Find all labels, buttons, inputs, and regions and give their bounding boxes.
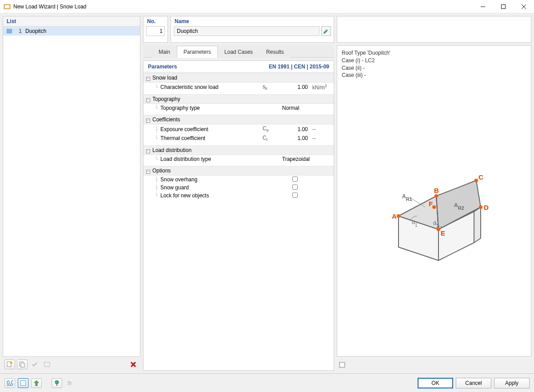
toolbar-button-3[interactable] <box>29 360 40 369</box>
tab-main[interactable]: Main <box>152 46 177 58</box>
value-char-snow-load[interactable]: 1.00 <box>279 83 311 91</box>
bottom-button-4[interactable] <box>52 378 62 388</box>
svg-point-34 <box>55 380 59 384</box>
parameters-standard: EN 1991 | CEN | 2015-09 <box>269 64 329 70</box>
parameters-title: Parameters <box>148 64 269 70</box>
copy-item-button[interactable] <box>17 360 28 369</box>
svg-text:0,00: 0,00 <box>7 380 13 386</box>
list-item-color-icon <box>7 29 12 33</box>
value-exposure-coef[interactable]: 1.00 <box>279 125 311 133</box>
svg-rect-9 <box>21 363 24 367</box>
row-thermal-coef: Thermal coefficient <box>160 134 261 142</box>
row-lock-new-objects: Lock for new objects <box>160 192 261 200</box>
maximize-button[interactable] <box>493 0 514 13</box>
titlebar: New Load Wizard | Snow Load <box>0 0 534 13</box>
apply-button[interactable]: Apply <box>494 378 530 388</box>
close-button[interactable] <box>514 0 534 13</box>
svg-rect-33 <box>20 380 26 386</box>
value-topography-type[interactable]: Normal <box>279 104 334 112</box>
window-title: New Load Wizard | Snow Load <box>13 4 473 10</box>
name-input[interactable] <box>174 26 319 36</box>
name-label: Name <box>171 16 334 26</box>
list-toolbar <box>3 359 140 370</box>
tab-bar: Main Parameters Load Cases Results <box>143 45 334 58</box>
list-header: List <box>3 16 140 27</box>
value-load-dist-type[interactable]: Trapezoidal <box>279 155 334 163</box>
bottom-button-3[interactable] <box>31 378 42 388</box>
delete-button[interactable] <box>128 360 139 369</box>
group-topography[interactable]: −Topography <box>143 94 334 104</box>
group-load-distribution[interactable]: −Load distribution <box>143 145 334 155</box>
bottom-bar: 0,00 fx OK Cancel Apply <box>0 373 534 392</box>
list-item[interactable]: 1 Duopitch <box>3 27 140 36</box>
cancel-button[interactable]: Cancel <box>456 378 491 388</box>
bottom-button-5[interactable]: fx <box>65 378 76 388</box>
svg-text:AR1: AR1 <box>402 193 412 202</box>
name-field: Name <box>171 16 334 43</box>
new-item-button[interactable] <box>4 360 15 369</box>
view-toolbar <box>337 359 531 371</box>
svg-text:fx: fx <box>68 380 72 386</box>
number-label: No. <box>143 16 167 26</box>
list-body[interactable]: 1 Duopitch <box>3 27 140 356</box>
svg-point-16 <box>479 205 482 209</box>
app-icon <box>4 3 11 10</box>
svg-point-18 <box>432 205 436 209</box>
tab-parameters[interactable]: Parameters <box>177 46 218 58</box>
right-top-panel <box>337 16 531 43</box>
svg-text:E: E <box>441 229 445 237</box>
parameters-panel: Parameters EN 1991 | CEN | 2015-09 −Snow… <box>143 60 334 371</box>
group-options[interactable]: −Options <box>143 166 334 176</box>
group-snow-load[interactable]: −Snow load <box>143 73 334 83</box>
view-settings-button[interactable] <box>337 360 347 370</box>
svg-point-14 <box>434 194 438 198</box>
list-item-number: 1 <box>16 28 22 34</box>
svg-point-15 <box>474 179 478 182</box>
row-snow-overhang: Snow overhang <box>160 176 261 184</box>
group-coefficients[interactable]: −Coefficients <box>143 115 334 124</box>
edit-name-button[interactable] <box>321 26 331 36</box>
checkbox-snow-guard[interactable] <box>292 184 298 190</box>
svg-rect-3 <box>502 4 506 8</box>
tab-load-cases[interactable]: Load Cases <box>218 46 259 58</box>
svg-rect-10 <box>44 362 50 367</box>
svg-text:D: D <box>484 204 489 211</box>
svg-rect-30 <box>340 363 344 367</box>
checkbox-snow-overhang[interactable] <box>292 176 298 182</box>
row-snow-guard: Snow guard <box>160 184 261 192</box>
ok-button[interactable]: OK <box>418 378 453 388</box>
minimize-button[interactable] <box>473 0 493 13</box>
svg-text:A: A <box>392 212 397 220</box>
list-panel: List 1 Duopitch <box>3 16 140 357</box>
bottom-button-1[interactable]: 0,00 <box>4 378 15 388</box>
value-thermal-coef[interactable]: 1.00 <box>279 134 311 142</box>
info-text: Roof Type 'Duopitch' Case (i) - LC2 Case… <box>342 49 526 79</box>
number-field: No. 1 <box>143 16 168 43</box>
list-item-label: Duopitch <box>25 28 46 34</box>
roof-diagram: A B C D E F AR1 AR2 α1 α2 <box>367 167 501 265</box>
row-topography-type: Topography type <box>160 104 261 112</box>
diagram-panel: Roof Type 'Duopitch' Case (i) - LC2 Case… <box>337 45 531 356</box>
row-load-dist-type: Load distribution type <box>160 155 261 163</box>
tab-results[interactable]: Results <box>259 46 291 58</box>
svg-text:F: F <box>429 200 433 208</box>
svg-point-13 <box>397 214 400 218</box>
number-value[interactable]: 1 <box>146 26 165 36</box>
row-exposure-coef: Exposure coefficient <box>160 125 261 133</box>
svg-rect-35 <box>56 384 57 386</box>
row-char-snow-load: Characteristic snow load <box>160 83 261 91</box>
svg-rect-1 <box>5 5 9 8</box>
svg-text:C: C <box>478 173 483 181</box>
checkbox-lock-new-objects[interactable] <box>292 192 298 198</box>
svg-text:B: B <box>434 187 439 194</box>
bottom-button-2[interactable] <box>18 378 28 388</box>
toolbar-button-4[interactable] <box>42 360 52 369</box>
